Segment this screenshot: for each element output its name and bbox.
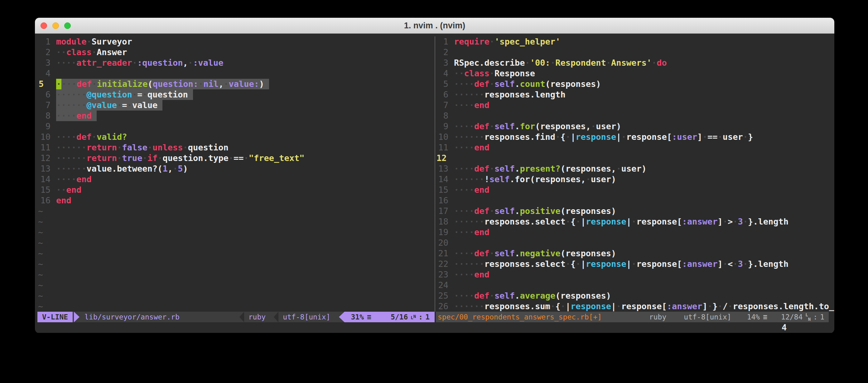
line-number: 15 xyxy=(38,185,51,195)
editor-pane-left[interactable]: 1module·Surveyor2··class·Answer3····attr… xyxy=(38,36,434,312)
line-number: 21 xyxy=(436,248,448,259)
line-number: 14 xyxy=(38,174,51,185)
line-number: 2 xyxy=(436,47,448,58)
zoom-button-icon[interactable] xyxy=(64,23,71,29)
lines-glyph-icon: ≡ xyxy=(367,312,371,322)
empty-buffer-line: ~ xyxy=(38,259,434,269)
code-line[interactable]: 8····end xyxy=(38,110,434,121)
window-titlebar[interactable]: 1. nvim . (nvim) xyxy=(35,18,834,34)
code-line[interactable]: 14······!self.for(responses,·user) xyxy=(436,174,834,185)
line-number: 19 xyxy=(436,227,448,238)
code-text: ······!self.for(responses,·user) xyxy=(454,174,616,185)
code-text: ······return·true·if·question.type·==·"f… xyxy=(56,153,305,164)
code-line[interactable]: 2 xyxy=(436,47,834,58)
empty-buffer-line: ~ xyxy=(38,280,434,290)
code-line[interactable]: 20 xyxy=(436,238,834,248)
window-split-divider[interactable] xyxy=(435,36,435,312)
code-text: RSpec.describe·'00:·Respondent·Answers'·… xyxy=(454,58,667,68)
code-text: ··end xyxy=(56,185,82,195)
empty-buffer-line: ~ xyxy=(38,290,434,301)
line-number: 2 xyxy=(38,47,51,58)
code-line[interactable]: 3RSpec.describe·'00:·Respondent·Answers'… xyxy=(436,58,834,68)
code-line[interactable]: 11······return·false·unless·question xyxy=(38,142,434,153)
line-number: 4 xyxy=(38,68,51,79)
line-number: 7 xyxy=(436,100,448,110)
line-number: 9 xyxy=(38,121,51,132)
line-number: 5 xyxy=(436,79,448,90)
code-line[interactable]: 14····end xyxy=(38,174,434,185)
code-line[interactable]: 12······return·true·if·question.type·==·… xyxy=(38,153,434,164)
empty-buffer-line: ~ xyxy=(38,269,434,280)
code-line[interactable]: 8 xyxy=(436,110,834,121)
code-line[interactable]: 21····def·self.negative(responses) xyxy=(436,248,834,259)
minimize-button-icon[interactable] xyxy=(52,23,59,29)
code-line[interactable]: 13······value.between?(1,·5) xyxy=(38,164,434,174)
code-line[interactable]: 19····end xyxy=(436,227,834,238)
code-line[interactable]: 16 xyxy=(436,195,834,206)
code-line[interactable]: 25····def·self.average(responses) xyxy=(436,290,834,301)
line-number: 23 xyxy=(436,269,448,280)
code-line[interactable]: 26······responses.sum·{·|response|·respo… xyxy=(436,301,834,312)
code-line[interactable]: 23····end xyxy=(436,269,834,280)
inactive-filename: spec/00_respondents_answers_spec.rb[+] xyxy=(438,313,602,321)
line-number: 11 xyxy=(436,142,448,153)
code-text: ····end xyxy=(454,227,490,238)
code-text: ······responses.sum·{·|response|·respons… xyxy=(454,301,834,312)
code-text: ····def·self.present?(responses,·user) xyxy=(454,164,647,174)
line-number: 13 xyxy=(436,164,448,174)
code-line[interactable]: 12 xyxy=(436,153,834,164)
filetype-label: ruby xyxy=(649,313,666,321)
code-line[interactable]: 4 xyxy=(38,68,434,79)
code-line[interactable]: 15····end xyxy=(436,185,834,195)
code-line[interactable]: 1module·Surveyor xyxy=(38,36,434,47)
code-line[interactable]: 3····attr_reader·:question,·:value xyxy=(38,58,434,68)
code-text: ····end xyxy=(454,100,490,110)
code-line[interactable]: 4··class·Response xyxy=(436,68,834,79)
code-line[interactable]: 7····end xyxy=(436,100,834,110)
code-text: ····def·self.count(responses) xyxy=(454,79,601,90)
tilde-marker: ~ xyxy=(38,259,43,269)
code-line[interactable]: 9 xyxy=(38,121,434,132)
code-line[interactable]: 6······responses.length xyxy=(436,90,834,100)
code-line[interactable]: 6······@question·=·question xyxy=(38,90,434,100)
cursor-block: · xyxy=(56,79,61,90)
code-text: ····attr_reader·:question,·:value xyxy=(56,58,223,68)
code-line[interactable]: 10······responses.find·{·|response|·resp… xyxy=(436,132,834,142)
code-text: ··class·Answer xyxy=(56,47,127,58)
code-line[interactable]: 2··class·Answer xyxy=(38,47,434,58)
code-line[interactable]: 10····def·valid? xyxy=(38,132,434,142)
code-text: ····end xyxy=(454,142,490,153)
code-text: ····end xyxy=(454,185,490,195)
powerline-arrow-left-icon xyxy=(274,312,278,322)
code-line[interactable]: 15··end xyxy=(38,185,434,195)
code-line[interactable]: 18······responses.select·{·|response|·re… xyxy=(436,216,834,227)
code-line[interactable]: 17····def·self.positive(responses) xyxy=(436,206,834,216)
nvim-terminal[interactable]: 1module·Surveyor2··class·Answer3····attr… xyxy=(35,34,834,333)
code-line[interactable]: 7······@value·=·value xyxy=(38,100,434,110)
visual-selection: ······@question·=·question xyxy=(56,90,193,100)
pending-command-count: 4 xyxy=(782,322,786,333)
code-line[interactable]: 5····def·initialize(question:·nil,·value… xyxy=(38,79,434,90)
code-line[interactable]: 22······responses.select·{·|response|·re… xyxy=(436,259,834,269)
code-line[interactable]: 9····def·self.for(responses,·user) xyxy=(436,121,834,132)
code-line[interactable]: 16end xyxy=(38,195,434,206)
line-number-icon: LN xyxy=(410,312,416,322)
line-number: 13 xyxy=(38,164,51,174)
close-button-icon[interactable] xyxy=(40,23,47,29)
scroll-percent: 31% xyxy=(351,312,364,322)
line-number: 15 xyxy=(436,185,448,195)
editor-pane-right[interactable]: 1require·'spec_helper'23RSpec.describe·'… xyxy=(436,36,834,312)
cursor-position-segment: 31% ≡ 5/16 LN : 1 xyxy=(344,312,435,322)
code-line[interactable]: 1require·'spec_helper' xyxy=(436,36,834,47)
code-line[interactable]: 13····def·self.present?(responses,·user) xyxy=(436,164,834,174)
code-text: end xyxy=(56,195,71,206)
code-line[interactable]: 11····end xyxy=(436,142,834,153)
tilde-marker: ~ xyxy=(38,290,43,301)
code-text: ····def·self.negative(responses) xyxy=(454,248,616,259)
code-text: ····def·self.positive(responses) xyxy=(454,206,616,216)
powerline-arrow-right-icon xyxy=(74,312,80,322)
code-line[interactable]: 24 xyxy=(436,280,834,290)
code-line[interactable]: 5····def·self.count(responses) xyxy=(436,79,834,90)
line-number: 25 xyxy=(436,290,448,301)
scroll-percent: 14% xyxy=(747,313,760,321)
